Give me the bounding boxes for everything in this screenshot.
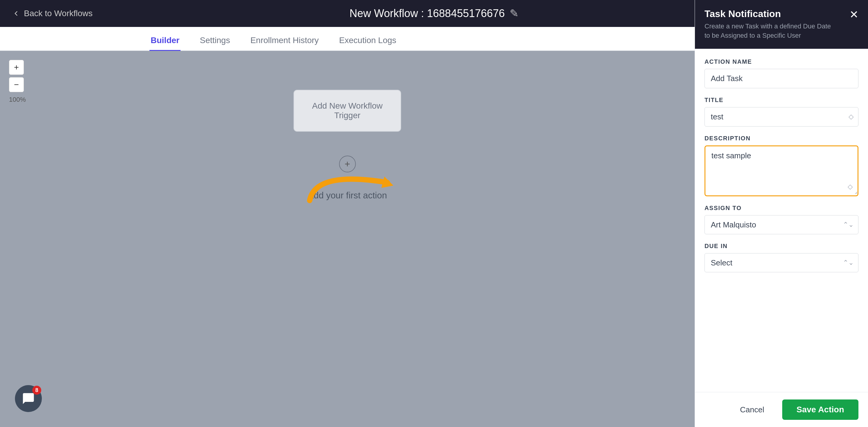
tab-execution-logs[interactable]: Execution Logs	[338, 36, 397, 51]
assign-to-select-wrapper: Art Malquisto ⌃⌄	[705, 215, 859, 234]
panel-body: ACTION NAME TITLE ◇ DESCRIPTION test sam…	[695, 49, 868, 392]
workflow-title: New Workflow : 1688455176676	[349, 7, 505, 20]
chat-widget[interactable]: 8	[15, 385, 42, 412]
svg-marker-0	[381, 176, 393, 188]
description-label: DESCRIPTION	[705, 135, 859, 142]
trigger-node-text: Add New Workflow Trigger	[312, 101, 382, 120]
title-input[interactable]	[705, 107, 859, 126]
zoom-level: 100%	[9, 96, 26, 104]
tab-settings[interactable]: Settings	[198, 36, 231, 51]
panel-title: Task Notification	[705, 8, 836, 20]
zoom-out-button[interactable]: −	[9, 77, 24, 92]
description-field-group: DESCRIPTION test sample ◇	[705, 135, 859, 196]
title-label: TITLE	[705, 97, 859, 104]
panel-header: Task Notification Create a new Task with…	[695, 0, 868, 49]
workflow-canvas: + − 100% Add New Workflow Trigger + Add …	[0, 51, 695, 427]
description-textarea-wrapper: test sample ◇	[705, 145, 859, 196]
due-in-field-group: DUE IN Select ⌃⌄	[705, 243, 859, 272]
arrow-annotation	[292, 152, 405, 214]
assign-to-label: ASSIGN TO	[705, 205, 859, 211]
canvas-controls: + − 100%	[9, 60, 26, 104]
panel-footer: Cancel Save Action	[695, 392, 868, 427]
back-button[interactable]: Back to Workflows	[12, 9, 93, 18]
action-name-field-group: ACTION NAME	[705, 58, 859, 88]
panel-header-content: Task Notification Create a new Task with…	[705, 8, 836, 40]
tab-enrollment-history[interactable]: Enrollment History	[249, 36, 320, 51]
title-field-group: TITLE ◇	[705, 97, 859, 126]
back-icon	[12, 9, 20, 18]
right-panel: Task Notification Create a new Task with…	[695, 0, 868, 427]
zoom-in-button[interactable]: +	[9, 60, 24, 75]
title-input-wrapper: ◇	[705, 107, 859, 126]
assign-to-select[interactable]: Art Malquisto	[705, 215, 859, 234]
back-label: Back to Workflows	[24, 9, 93, 18]
panel-subtitle: Create a new Task with a defined Due Dat…	[705, 22, 836, 40]
cancel-button[interactable]: Cancel	[728, 399, 776, 420]
trigger-node[interactable]: Add New Workflow Trigger	[293, 90, 401, 132]
panel-close-button[interactable]: ✕	[849, 8, 859, 21]
tab-builder[interactable]: Builder	[150, 36, 181, 51]
action-name-input[interactable]	[705, 69, 859, 88]
description-textarea[interactable]: test sample	[705, 146, 858, 194]
edit-icon[interactable]: ✎	[509, 7, 519, 20]
action-name-label: ACTION NAME	[705, 58, 859, 65]
due-in-select[interactable]: Select	[705, 253, 859, 272]
arrow-svg	[292, 152, 405, 212]
due-in-select-wrapper: Select ⌃⌄	[705, 253, 859, 272]
chat-icon	[22, 392, 35, 405]
due-in-label: DUE IN	[705, 243, 859, 250]
chat-badge: 8	[32, 386, 41, 395]
assign-to-field-group: ASSIGN TO Art Malquisto ⌃⌄	[705, 205, 859, 234]
title-tag-icon: ◇	[848, 113, 854, 121]
page-title: New Workflow : 1688455176676 ✎	[349, 7, 519, 20]
description-tag-icon: ◇	[848, 183, 853, 191]
save-action-button[interactable]: Save Action	[782, 399, 859, 420]
